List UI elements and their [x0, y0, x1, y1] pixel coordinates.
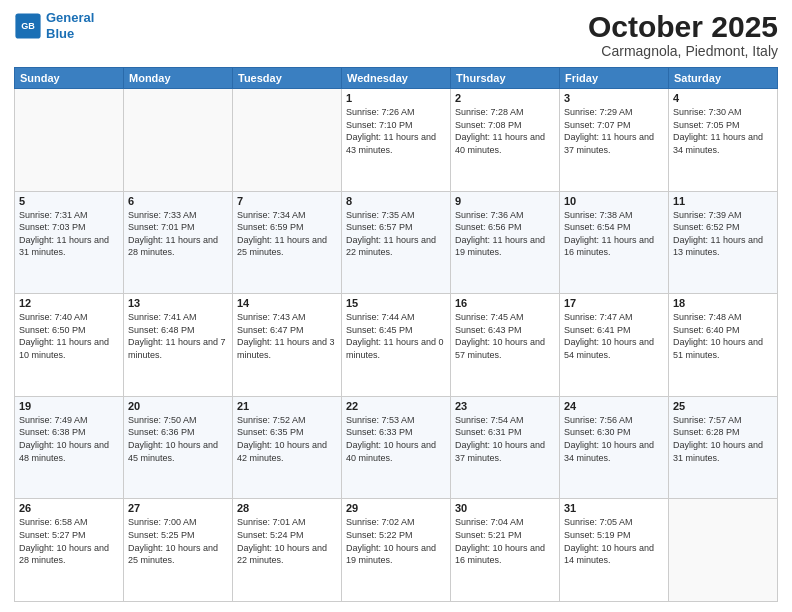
cell-content: Sunrise: 6:58 AM	[19, 516, 119, 529]
calendar-cell	[233, 89, 342, 192]
calendar-body: 1Sunrise: 7:26 AMSunset: 7:10 PMDaylight…	[15, 89, 778, 602]
cell-content: Sunset: 6:31 PM	[455, 426, 555, 439]
calendar-cell	[669, 499, 778, 602]
cell-content: Sunrise: 7:57 AM	[673, 414, 773, 427]
day-number: 8	[346, 195, 446, 207]
calendar-cell: 22Sunrise: 7:53 AMSunset: 6:33 PMDayligh…	[342, 396, 451, 499]
cell-content: Daylight: 10 hours and 28 minutes.	[19, 542, 119, 567]
cell-content: Daylight: 10 hours and 16 minutes.	[455, 542, 555, 567]
calendar-cell: 29Sunrise: 7:02 AMSunset: 5:22 PMDayligh…	[342, 499, 451, 602]
cell-content: Sunrise: 7:28 AM	[455, 106, 555, 119]
cell-content: Sunset: 6:28 PM	[673, 426, 773, 439]
day-number: 2	[455, 92, 555, 104]
cell-content: Sunset: 5:24 PM	[237, 529, 337, 542]
cell-content: Daylight: 11 hours and 40 minutes.	[455, 131, 555, 156]
cell-content: Daylight: 11 hours and 16 minutes.	[564, 234, 664, 259]
cell-content: Sunrise: 7:45 AM	[455, 311, 555, 324]
calendar-cell: 5Sunrise: 7:31 AMSunset: 7:03 PMDaylight…	[15, 191, 124, 294]
cell-content: Sunset: 7:03 PM	[19, 221, 119, 234]
cell-content: Sunrise: 7:34 AM	[237, 209, 337, 222]
cell-content: Daylight: 11 hours and 7 minutes.	[128, 336, 228, 361]
cell-content: Sunrise: 7:05 AM	[564, 516, 664, 529]
cell-content: Sunset: 6:54 PM	[564, 221, 664, 234]
day-number: 3	[564, 92, 664, 104]
calendar-cell: 24Sunrise: 7:56 AMSunset: 6:30 PMDayligh…	[560, 396, 669, 499]
cell-content: Daylight: 11 hours and 3 minutes.	[237, 336, 337, 361]
day-number: 20	[128, 400, 228, 412]
cell-content: Sunset: 7:08 PM	[455, 119, 555, 132]
cell-content: Sunrise: 7:40 AM	[19, 311, 119, 324]
calendar-cell: 11Sunrise: 7:39 AMSunset: 6:52 PMDayligh…	[669, 191, 778, 294]
cell-content: Sunset: 6:47 PM	[237, 324, 337, 337]
calendar-cell: 2Sunrise: 7:28 AMSunset: 7:08 PMDaylight…	[451, 89, 560, 192]
calendar-page: GB General Blue October 2025 Carmagnola,…	[0, 0, 792, 612]
day-number: 29	[346, 502, 446, 514]
cell-content: Daylight: 11 hours and 13 minutes.	[673, 234, 773, 259]
cell-content: Sunset: 6:36 PM	[128, 426, 228, 439]
day-number: 26	[19, 502, 119, 514]
cell-content: Sunset: 6:33 PM	[346, 426, 446, 439]
cell-content: Daylight: 11 hours and 28 minutes.	[128, 234, 228, 259]
calendar-cell: 6Sunrise: 7:33 AMSunset: 7:01 PMDaylight…	[124, 191, 233, 294]
day-number: 27	[128, 502, 228, 514]
cell-content: Sunrise: 7:00 AM	[128, 516, 228, 529]
cell-content: Daylight: 11 hours and 10 minutes.	[19, 336, 119, 361]
cell-content: Sunset: 5:22 PM	[346, 529, 446, 542]
cell-content: Sunset: 6:41 PM	[564, 324, 664, 337]
cell-content: Sunrise: 7:02 AM	[346, 516, 446, 529]
cell-content: Daylight: 10 hours and 34 minutes.	[564, 439, 664, 464]
header: GB General Blue October 2025 Carmagnola,…	[14, 10, 778, 59]
cell-content: Sunrise: 7:50 AM	[128, 414, 228, 427]
cell-content: Sunset: 6:38 PM	[19, 426, 119, 439]
day-number: 10	[564, 195, 664, 207]
cell-content: Sunset: 6:43 PM	[455, 324, 555, 337]
calendar-cell: 23Sunrise: 7:54 AMSunset: 6:31 PMDayligh…	[451, 396, 560, 499]
cell-content: Sunset: 5:27 PM	[19, 529, 119, 542]
cell-content: Sunset: 6:45 PM	[346, 324, 446, 337]
cell-content: Daylight: 11 hours and 22 minutes.	[346, 234, 446, 259]
day-number: 5	[19, 195, 119, 207]
calendar-cell: 18Sunrise: 7:48 AMSunset: 6:40 PMDayligh…	[669, 294, 778, 397]
cell-content: Sunrise: 7:31 AM	[19, 209, 119, 222]
day-number: 14	[237, 297, 337, 309]
cell-content: Sunrise: 7:54 AM	[455, 414, 555, 427]
cell-content: Daylight: 11 hours and 34 minutes.	[673, 131, 773, 156]
col-wednesday: Wednesday	[342, 68, 451, 89]
cell-content: Daylight: 10 hours and 25 minutes.	[128, 542, 228, 567]
cell-content: Daylight: 11 hours and 25 minutes.	[237, 234, 337, 259]
logo: GB General Blue	[14, 10, 94, 41]
calendar-cell: 4Sunrise: 7:30 AMSunset: 7:05 PMDaylight…	[669, 89, 778, 192]
day-number: 17	[564, 297, 664, 309]
week-row-1: 5Sunrise: 7:31 AMSunset: 7:03 PMDaylight…	[15, 191, 778, 294]
cell-content: Daylight: 11 hours and 19 minutes.	[455, 234, 555, 259]
calendar-cell: 13Sunrise: 7:41 AMSunset: 6:48 PMDayligh…	[124, 294, 233, 397]
calendar-cell: 7Sunrise: 7:34 AMSunset: 6:59 PMDaylight…	[233, 191, 342, 294]
cell-content: Sunrise: 7:33 AM	[128, 209, 228, 222]
day-number: 21	[237, 400, 337, 412]
cell-content: Daylight: 10 hours and 57 minutes.	[455, 336, 555, 361]
calendar-cell: 14Sunrise: 7:43 AMSunset: 6:47 PMDayligh…	[233, 294, 342, 397]
cell-content: Sunrise: 7:39 AM	[673, 209, 773, 222]
cell-content: Sunrise: 7:41 AM	[128, 311, 228, 324]
calendar-cell: 1Sunrise: 7:26 AMSunset: 7:10 PMDaylight…	[342, 89, 451, 192]
col-thursday: Thursday	[451, 68, 560, 89]
day-number: 7	[237, 195, 337, 207]
cell-content: Sunrise: 7:47 AM	[564, 311, 664, 324]
cell-content: Daylight: 11 hours and 31 minutes.	[19, 234, 119, 259]
cell-content: Sunrise: 7:49 AM	[19, 414, 119, 427]
cell-content: Sunset: 7:10 PM	[346, 119, 446, 132]
cell-content: Sunrise: 7:44 AM	[346, 311, 446, 324]
logo-line2: Blue	[46, 26, 74, 41]
header-row: Sunday Monday Tuesday Wednesday Thursday…	[15, 68, 778, 89]
cell-content: Sunset: 6:56 PM	[455, 221, 555, 234]
cell-content: Sunset: 5:21 PM	[455, 529, 555, 542]
cell-content: Sunset: 5:25 PM	[128, 529, 228, 542]
calendar-cell: 15Sunrise: 7:44 AMSunset: 6:45 PMDayligh…	[342, 294, 451, 397]
cell-content: Sunset: 6:48 PM	[128, 324, 228, 337]
cell-content: Sunrise: 7:26 AM	[346, 106, 446, 119]
calendar-cell: 25Sunrise: 7:57 AMSunset: 6:28 PMDayligh…	[669, 396, 778, 499]
col-tuesday: Tuesday	[233, 68, 342, 89]
cell-content: Sunset: 6:35 PM	[237, 426, 337, 439]
calendar-cell: 10Sunrise: 7:38 AMSunset: 6:54 PMDayligh…	[560, 191, 669, 294]
cell-content: Daylight: 10 hours and 22 minutes.	[237, 542, 337, 567]
